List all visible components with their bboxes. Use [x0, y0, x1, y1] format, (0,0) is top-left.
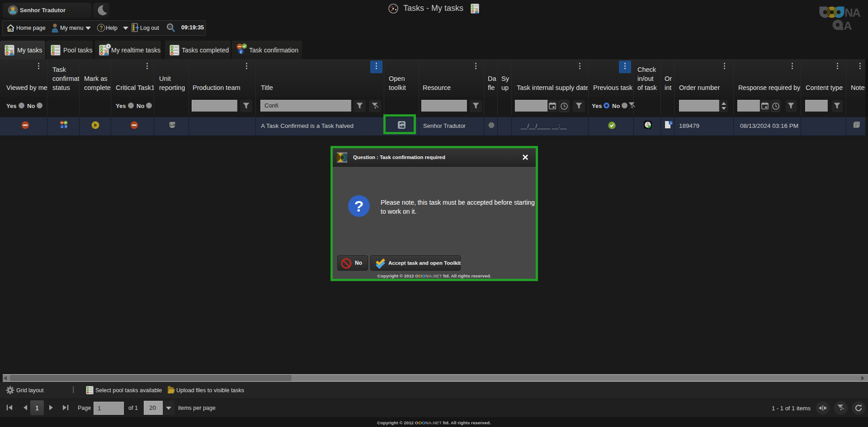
svg-text:i: i: [670, 121, 671, 125]
svg-text:1-9: 1-9: [170, 123, 175, 127]
svg-text:i: i: [240, 50, 241, 54]
svg-text:?: ?: [99, 25, 103, 31]
svg-text:is: is: [402, 125, 405, 128]
svg-text:?: ?: [65, 125, 67, 129]
svg-text:A: A: [844, 19, 852, 31]
svg-text:NA: NA: [844, 6, 861, 19]
svg-text:i: i: [61, 125, 62, 129]
